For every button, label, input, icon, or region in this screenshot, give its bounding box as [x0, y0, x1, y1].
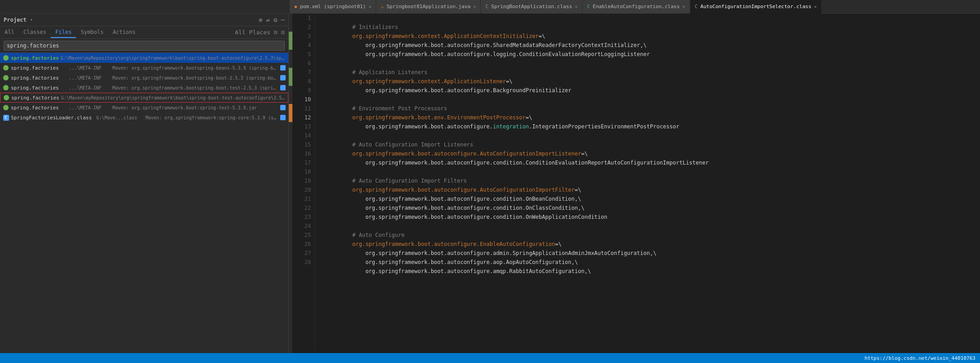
ln-20: 20	[292, 185, 315, 194]
edge-10	[289, 95, 292, 104]
list-item[interactable]: spring.factories ...\META-INF Maven: org…	[0, 63, 288, 73]
search-input[interactable]	[4, 41, 285, 51]
code-content[interactable]: # Initializers org.springframework.conte…	[315, 14, 980, 353]
split-icon[interactable]: ⇌	[266, 16, 270, 24]
ln-25: 25	[292, 231, 315, 240]
code-line-2: org.springframework.context.ApplicationC…	[320, 23, 975, 32]
search-tabs: All Classes Files Symbols Actions All Pl…	[0, 26, 288, 39]
pom-icon: ◆	[294, 4, 297, 9]
tab-springbootapp[interactable]: ☕ Springboot01Application.java ✕	[376, 0, 481, 14]
result-badge-3	[280, 75, 286, 80]
result-name-6: spring.factories	[11, 105, 59, 111]
list-item[interactable]: spring.factories G:\Maven\myRepository\o…	[0, 53, 288, 63]
list-item[interactable]: spring.factories ...\META-INF Maven: org…	[0, 103, 288, 113]
status-bar: https://blog.csdn.net/weixin_44010763	[0, 353, 980, 363]
tab-springbootapp-label: Springboot01Application.java	[387, 4, 470, 9]
edge-11	[289, 104, 292, 113]
filter-icon[interactable]: ⊟	[274, 29, 277, 36]
ln-22: 22	[292, 203, 315, 212]
result-badge-2	[280, 65, 286, 71]
result-location-7: G:\Mave...class Maven: org.springframewo…	[94, 115, 278, 120]
ln-12: 12	[292, 113, 315, 122]
tab-files[interactable]: Files	[51, 27, 76, 38]
edge-4	[289, 41, 292, 50]
tab-springbootclass-close[interactable]: ✕	[575, 4, 578, 9]
result-name-7: SpringFactoriesLoader.class	[11, 115, 92, 121]
tab-pom-close[interactable]: ✕	[368, 4, 371, 9]
spring-icon-1	[3, 55, 9, 61]
java-icon: ☕	[381, 4, 384, 9]
left-panel: Project ▾ ⊕ ⇌ ⚙ ─ All Classes Files Symb…	[0, 14, 289, 353]
search-tab-right: All Places ⊟ ⊡	[235, 29, 288, 36]
code-line-1: # Initializers	[320, 14, 975, 23]
project-header: Project ▾ ⊕ ⇌ ⚙ ─	[0, 14, 288, 26]
ln-6: 6	[292, 59, 315, 68]
ln-11: 11	[292, 104, 315, 113]
tab-enableautoconfig[interactable]: C EnableAutoConfiguration.class ✕	[583, 0, 690, 14]
class-icon-1: C	[485, 4, 488, 9]
search-input-wrapper	[0, 39, 288, 53]
ln-1: 1	[292, 14, 315, 23]
class-icon: C	[3, 114, 9, 121]
result-name-1: spring.factories	[11, 55, 59, 61]
edge-7	[289, 68, 292, 77]
tab-symbols[interactable]: Symbols	[76, 27, 108, 38]
settings-icon[interactable]: ⚙	[273, 16, 277, 24]
code-line-14: # Auto Configuration Import Listeners	[320, 131, 975, 140]
tab-springbootapp-close[interactable]: ✕	[473, 4, 476, 9]
spring-icon-2	[3, 65, 9, 71]
ln-15: 15	[292, 140, 315, 149]
list-item[interactable]: spring.factories ...\META-INF Maven: org…	[0, 73, 288, 83]
ln-17: 17	[292, 158, 315, 167]
ln-13: 13	[292, 122, 315, 131]
result-location-1: G:\Maven\myRepository\org\springframewor…	[61, 56, 286, 61]
tab-enableautoconfig-close[interactable]: ✕	[683, 4, 685, 9]
edge-2	[289, 23, 292, 32]
main-content: Project ▾ ⊕ ⇌ ⚙ ─ All Classes Files Symb…	[0, 14, 980, 353]
tab-pom[interactable]: ◆ pom.xml (springboot01) ✕	[290, 0, 376, 14]
list-item[interactable]: spring.factories ...\META-INF Maven: org…	[0, 83, 288, 93]
result-name-5: spring.factories	[11, 95, 59, 101]
expand-icon[interactable]: ⊡	[281, 29, 285, 36]
tab-pom-label: pom.xml (springboot01)	[300, 4, 366, 9]
ln-27: 27	[292, 249, 315, 258]
ln-21: 21	[292, 194, 315, 203]
list-item[interactable]: spring.factories G:\Maven\myRepository\o…	[0, 93, 288, 103]
tab-bar: ◆ pom.xml (springboot01) ✕ ☕ Springboot0…	[0, 0, 980, 14]
edge-3	[289, 32, 292, 41]
tab-classes[interactable]: Classes	[19, 27, 51, 38]
tab-springbootclass-label: SpringBootApplication.class	[491, 4, 572, 9]
class-icon-3: C	[695, 4, 698, 9]
ln-19: 19	[292, 176, 315, 185]
code-area: 1 2 3 4 5 6 7 8 9 10 11 12 13 14 15 16 1…	[289, 14, 980, 353]
ln-23: 23	[292, 212, 315, 222]
tab-autoconfigimport[interactable]: C AutoConfigurationImportSelector.class …	[690, 0, 822, 14]
left-edge-markers	[289, 14, 292, 353]
spring-icon-4	[3, 85, 9, 91]
line-numbers: 1 2 3 4 5 6 7 8 9 10 11 12 13 14 15 16 1…	[292, 14, 315, 353]
minimize-icon[interactable]: ─	[281, 16, 285, 24]
tab-actions[interactable]: Actions	[108, 27, 140, 38]
code-line-10: # Environment Post Processors	[320, 95, 975, 104]
tab-enableautoconfig-label: EnableAutoConfiguration.class	[593, 4, 680, 9]
ln-9: 9	[292, 86, 315, 95]
project-dropdown-arrow[interactable]: ▾	[30, 17, 33, 22]
tab-all[interactable]: All	[0, 27, 19, 38]
ln-3: 3	[292, 32, 315, 41]
globe-icon[interactable]: ⊕	[258, 16, 262, 24]
ln-10: 10	[292, 95, 315, 104]
ln-14: 14	[292, 131, 315, 140]
ln-28: 28	[292, 258, 315, 267]
ln-16: 16	[292, 149, 315, 158]
all-places-label[interactable]: All Places	[235, 29, 270, 36]
search-results[interactable]: spring.factories G:\Maven\myRepository\o…	[0, 53, 288, 353]
result-badge-6	[280, 105, 286, 110]
ln-24: 24	[292, 222, 315, 231]
tab-autoconfigimport-close[interactable]: ✕	[814, 4, 817, 9]
spring-icon-5	[3, 94, 10, 101]
result-location-3: ...\META-INF Maven: org.springframework.…	[61, 75, 278, 80]
list-item[interactable]: C SpringFactoriesLoader.class G:\Mave...…	[0, 113, 288, 123]
ln-2: 2	[292, 23, 315, 32]
edge-8	[289, 77, 292, 86]
tab-springbootclass[interactable]: C SpringBootApplication.class ✕	[481, 0, 582, 14]
